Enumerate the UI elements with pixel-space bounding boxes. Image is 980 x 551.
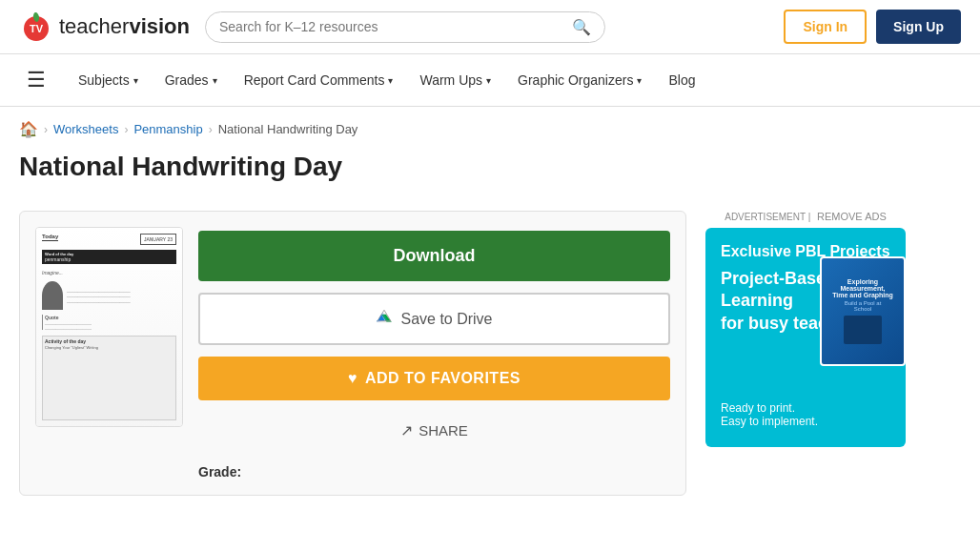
signin-button[interactable]: Sign In <box>784 10 867 44</box>
chevron-down-icon: ▾ <box>637 75 642 86</box>
breadcrumb-sep-1: › <box>44 123 48 136</box>
ad-ready-text: Ready to print. <box>721 401 890 415</box>
resource-card: Today JANUARY 23 Word of the day penmans… <box>19 211 686 496</box>
breadcrumb-current: National Handwriting Day <box>218 122 358 136</box>
chevron-down-icon: ▾ <box>388 75 393 86</box>
chevron-down-icon: ▾ <box>213 75 217 86</box>
share-button[interactable]: ↗ SHARE <box>198 412 670 449</box>
download-button[interactable]: Download <box>198 231 670 281</box>
search-button[interactable]: 🔍 <box>572 18 591 36</box>
ad-label: ADVERTISEMENT | REMOVE ADS <box>705 211 906 222</box>
share-label: SHARE <box>419 422 468 439</box>
nav-item-grades[interactable]: Grades ▾ <box>152 59 231 101</box>
breadcrumb-penmanship[interactable]: Penmanship <box>133 122 202 136</box>
page-title: National Handwriting Day <box>19 152 961 182</box>
ws-today-label: Today <box>42 234 58 241</box>
ad-book-image: Exploring Measurement,Time and Graphing … <box>820 256 906 371</box>
nav-item-warm-ups[interactable]: Warm Ups ▾ <box>406 59 504 101</box>
nav-item-report-card[interactable]: Report Card Comments ▾ <box>231 59 407 101</box>
search-area: 🔍 <box>205 11 605 43</box>
nav-label-graphic-organizers: Graphic Organizers <box>518 72 633 88</box>
ad-book-cover-img <box>844 316 882 344</box>
breadcrumb-sep-2: › <box>124 123 128 136</box>
worksheet-inner: Today JANUARY 23 Word of the day penmans… <box>36 228 182 426</box>
nav-item-subjects[interactable]: Subjects ▾ <box>65 59 152 101</box>
ws-date-box: JANUARY 23 <box>140 234 176 245</box>
logo-apple-icon: TV <box>19 10 53 44</box>
ws-imagine: Imagine... <box>42 270 176 276</box>
ad-easy-text: Easy to implement. <box>721 415 890 428</box>
ad-card: Exclusive PBL Projects Project-Based Lea… <box>705 228 906 447</box>
grade-label: Grade: <box>198 464 241 480</box>
header-actions: Sign In Sign Up <box>784 10 961 44</box>
ws-word-content: penmanship <box>45 256 174 262</box>
chevron-down-icon: ▾ <box>133 75 138 86</box>
nav-label-blog: Blog <box>668 72 695 88</box>
ws-activity-content: Changing Your "Ugliest" Writing <box>45 345 174 350</box>
breadcrumb: 🏠 › Worksheets › Penmanship › National H… <box>0 107 980 146</box>
ws-lines: ________________________________________… <box>67 288 124 303</box>
logo-text: teachervision <box>59 14 190 39</box>
action-buttons: Download Save to Drive <box>198 227 670 480</box>
nav-label-subjects: Subjects <box>78 72 130 88</box>
nav-item-graphic-organizers[interactable]: Graphic Organizers ▾ <box>504 59 655 101</box>
ws-activity-title: Activity of the day <box>45 338 174 344</box>
logo[interactable]: TV teachervision <box>19 10 190 44</box>
ws-figure <box>42 281 63 310</box>
breadcrumb-worksheets[interactable]: Worksheets <box>53 122 118 136</box>
svg-text:TV: TV <box>30 23 44 34</box>
grade-section: Grade: <box>198 464 670 480</box>
remove-ads-button[interactable]: REMOVE ADS <box>817 211 887 222</box>
hamburger-menu[interactable]: ☰ <box>19 54 53 106</box>
nav-label-warm-ups: Warm Ups <box>419 72 482 88</box>
ws-quote: Quote __________________________________… <box>42 315 176 330</box>
ws-activity: Activity of the day Changing Your "Uglie… <box>42 336 176 420</box>
header: TV teachervision 🔍 Sign In Sign Up <box>0 0 980 54</box>
main-nav: ☰ Subjects ▾ Grades ▾ Report Card Commen… <box>0 54 980 107</box>
save-to-drive-label: Save to Drive <box>400 311 492 328</box>
drive-icon <box>376 308 393 330</box>
chevron-down-icon: ▾ <box>486 75 491 86</box>
page-title-section: National Handwriting Day <box>0 146 980 201</box>
add-to-favorites-button[interactable]: ♥ ADD TO FAVORITES <box>198 357 670 400</box>
save-to-drive-button[interactable]: Save to Drive <box>198 293 670 345</box>
signup-button[interactable]: Sign Up <box>876 10 961 44</box>
worksheet-preview: Today JANUARY 23 Word of the day penmans… <box>35 227 183 427</box>
ad-sidebar: ADVERTISEMENT | REMOVE ADS Exclusive PBL… <box>705 211 906 496</box>
ws-quote-lines: ________________________________________… <box>45 320 176 330</box>
favorites-label: ADD TO FAVORITES <box>365 370 521 387</box>
content-wrapper: Today JANUARY 23 Word of the day penmans… <box>0 201 980 515</box>
nav-label-grades: Grades <box>165 72 209 88</box>
nav-item-blog[interactable]: Blog <box>655 59 708 101</box>
ws-word-section: Word of the day penmanship <box>42 250 176 264</box>
search-input[interactable] <box>219 19 572 34</box>
share-icon: ↗ <box>400 421 413 439</box>
heart-icon: ♥ <box>348 370 357 387</box>
ad-book-subtitle: Build a Pool atSchool <box>845 300 882 312</box>
breadcrumb-sep-3: › <box>209 123 213 136</box>
nav-label-report-card: Report Card Comments <box>244 72 385 88</box>
breadcrumb-home[interactable]: 🏠 <box>19 120 38 138</box>
ad-book-title: Exploring Measurement,Time and Graphing <box>827 278 898 298</box>
